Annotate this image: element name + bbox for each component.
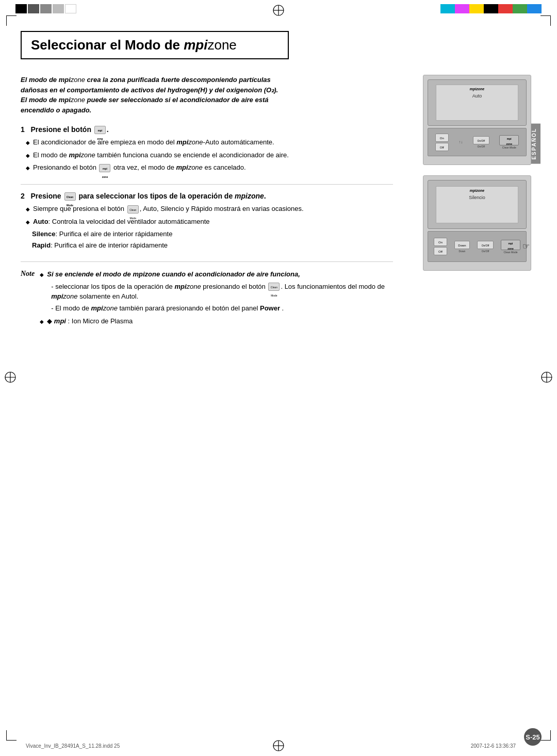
device1-cleanmode-label: Clean Mode: [502, 146, 516, 149]
device2-screen: mpizone Silencio: [436, 186, 518, 223]
device2-mode-label: Silencio: [469, 195, 485, 200]
device1-screen: mpizone Auto: [436, 85, 518, 121]
content-area: El modo de mpizone crea la zona purifica…: [21, 75, 536, 328]
step-2: 2 Presione CleanMode para seleccionar lo…: [21, 192, 413, 250]
device1-cleanmode-btn: mpizone: [499, 135, 519, 145]
step-divider-2: [21, 261, 393, 262]
page-title: Seleccionar el Modo de mpizone: [31, 37, 278, 53]
title-mpi: mpi: [184, 37, 207, 53]
color-block-lightgray: [53, 4, 64, 13]
device1-panel: mpizone Auto: [428, 79, 527, 126]
right-column: mpizone Auto On Off ↑↓ On/Off On/Of: [423, 75, 536, 328]
step-2-number: 2 Presione CleanMode para seleccionar lo…: [21, 192, 413, 201]
corner-mark-bl: [6, 730, 17, 741]
device2-cleanmode-label: Clean Mode: [504, 251, 518, 254]
device1-chevron-group: ↑↓: [458, 140, 463, 144]
device1-onoff-label: On/Off: [477, 145, 485, 148]
step1-bullet-3: Presionando el botón mpizone otra vez, e…: [21, 162, 413, 173]
step-1-instruction: Presione el botón mpizone.: [30, 125, 108, 134]
device2-down-btn: Down: [454, 241, 470, 249]
intro-mpi2: mpi: [59, 96, 71, 104]
color-block-gray: [40, 4, 52, 13]
crosshair-top: [272, 4, 285, 17]
footer-right: 2007-12-6 13:36:37: [471, 743, 516, 749]
step-1-number: 1 Presione el botón mpizone.: [21, 125, 413, 134]
step2-silence: Silence: Purifica el aire de interior rá…: [21, 229, 413, 239]
device2-brand-label: mpizone: [470, 189, 484, 192]
device2-onoff-group: On Off: [434, 238, 447, 255]
device1-brand-label: mpizone: [470, 87, 484, 91]
intro-mpi1: mpi: [59, 76, 71, 84]
color-block-white: [65, 4, 76, 13]
intro-zone2: zone: [71, 96, 85, 104]
cleanmode-button-note: CleanMode: [268, 283, 280, 291]
note-bullet-1: Si se enciende el modo de mpizone cuando…: [40, 269, 413, 280]
title-box: Seleccionar el Modo de mpizone: [21, 31, 289, 59]
color-block-cyan: [440, 4, 455, 13]
color-block-yellow: [469, 4, 484, 13]
color-block-green: [513, 4, 527, 13]
step-2-instruction: Presione CleanMode para seleccionar los …: [30, 192, 266, 200]
crosshair-bottom: [272, 739, 285, 752]
device2-down-group: Down Down: [454, 241, 470, 253]
intro-zone1: zone: [71, 76, 85, 84]
step2-rapid: Rapid: Purifica el aire de interior rápi…: [21, 240, 413, 251]
cleanmode-button-1: CleanMode: [64, 192, 76, 201]
intro-text: El modo de mpizone crea la zona purifica…: [21, 75, 284, 115]
mpizone-button-1: mpizone: [94, 126, 106, 134]
device2-cleanmode-btn: mpizone: [501, 240, 520, 250]
note-mpi-bullet: ◆ mpi : Ion Micro de Plasma: [40, 316, 413, 326]
step2-bullet-1: Siempre que presiona el botón CleanMode,…: [21, 204, 413, 214]
note-section: Note Si se enciende el modo de mpizone c…: [21, 269, 413, 328]
device1-onoff-btn-group: On/Off On/Off: [473, 136, 489, 148]
mpizone-button-inline: mpizone: [99, 164, 110, 172]
color-block-red: [498, 4, 513, 13]
crosshair-left: [4, 371, 17, 385]
corner-mark-tl: [6, 15, 17, 26]
note-content: Si se enciende el modo de mpizone cuando…: [40, 269, 413, 328]
device2-onoff-btn-group: On/Off On/Off: [477, 241, 494, 253]
step-1: 1 Presione el botón mpizone. El acondici…: [21, 125, 413, 173]
color-block-darkgray: [28, 4, 39, 13]
hand-pointer-icon: ☞: [522, 241, 530, 251]
title-zone: zone: [207, 37, 236, 53]
device1-mode-label: Auto: [472, 93, 482, 98]
note-label: Note: [21, 270, 35, 278]
device2-off-btn: Off: [434, 247, 447, 255]
device2-down-label: Down: [459, 250, 466, 253]
device2-on-btn: On: [434, 238, 447, 246]
page-number: S-25: [524, 728, 542, 746]
device1-onoff-btn: On/Off: [473, 136, 489, 144]
corner-mark-br: [540, 730, 551, 741]
title-prefix: Seleccionar el Modo de: [31, 37, 184, 53]
left-column: El modo de mpizone crea la zona purifica…: [21, 75, 413, 328]
corner-mark-tr: [540, 15, 551, 26]
crosshair-right: [540, 371, 553, 385]
device-image-2: mpizone Silencio On Off Down Down O: [423, 175, 531, 271]
registration-marks-right: [440, 4, 542, 13]
note-sub-2: - El modo de mpizone también parará pres…: [40, 303, 413, 314]
device1-off-btn: Off: [435, 143, 449, 151]
device2-cleanmode-group: mpizone Clean Mode ☞: [501, 240, 520, 254]
device1-chevron: ↑↓: [458, 140, 463, 144]
cleanmode-button-inline: CleanMode: [127, 205, 139, 213]
step1-bullet-2: El modo de mpizone también funciona cuan…: [21, 150, 413, 160]
device2-panel: mpizone Silencio: [428, 180, 527, 229]
color-block-blue: [527, 4, 542, 13]
device2-onoff-label: On/Off: [482, 250, 489, 253]
device1-controls: On Off ↑↓ On/Off On/Off mpizone Clean Mo…: [428, 128, 527, 156]
step1-bullet-1: El acondicionador de aire empieza en mod…: [21, 137, 413, 147]
device1-cleanmode-group: mpizone Clean Mode: [499, 135, 519, 149]
color-block-kblack: [484, 4, 498, 13]
device1-onoff-group: On Off: [435, 134, 449, 151]
step-divider-1: [21, 184, 393, 185]
device2-controls: On Off Down Down On/Off On/Off mpizone C…: [428, 231, 527, 262]
registration-marks-left: [15, 4, 76, 13]
page-content: ESPAÑOL Seleccionar el Modo de mpizone E…: [21, 21, 536, 735]
device2-onoff-btn: On/Off: [477, 241, 494, 249]
intro-line3-prefix: El modo de: [21, 96, 59, 104]
device1-on-btn: On: [435, 134, 449, 142]
color-block-black: [15, 4, 27, 13]
intro-line1-prefix: El modo de: [21, 76, 59, 84]
step2-bullet-2: Auto: Controla la velocidad del ventilad…: [21, 217, 413, 227]
